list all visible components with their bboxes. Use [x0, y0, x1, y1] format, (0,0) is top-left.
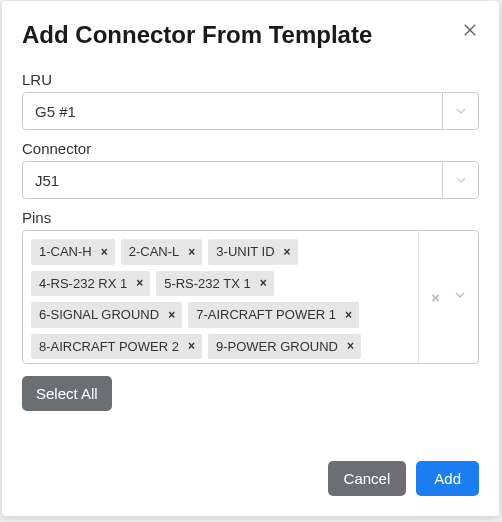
remove-tag-button[interactable]: ×	[257, 276, 270, 290]
remove-tag-button[interactable]: ×	[281, 245, 294, 259]
remove-tag-button[interactable]: ×	[342, 308, 355, 322]
chevron-down-icon	[442, 162, 478, 198]
pin-tag-label: 3-UNIT ID	[216, 244, 274, 260]
pin-tag-label: 1-CAN-H	[39, 244, 92, 260]
lru-label: LRU	[22, 71, 479, 88]
close-button[interactable]	[461, 21, 479, 41]
pin-tag: 7-AIRCRAFT POWER 1×	[188, 302, 359, 328]
pin-tag: 9-POWER GROUND×	[208, 334, 361, 360]
close-icon	[461, 27, 479, 42]
lru-select[interactable]: G5 #1	[22, 92, 479, 130]
pin-tag: 6-SIGNAL GROUND×	[31, 302, 182, 328]
pin-tag: 2-CAN-L×	[121, 239, 203, 265]
pin-tag: 3-UNIT ID×	[208, 239, 297, 265]
pin-tag-label: 9-POWER GROUND	[216, 339, 338, 355]
remove-tag-button[interactable]: ×	[344, 339, 357, 353]
connector-value: J51	[23, 172, 442, 189]
remove-tag-button[interactable]: ×	[98, 245, 111, 259]
pins-multiselect[interactable]: 1-CAN-H×2-CAN-L×3-UNIT ID×4-RS-232 RX 1×…	[22, 230, 479, 364]
connector-label: Connector	[22, 140, 479, 157]
pin-tag-label: 7-AIRCRAFT POWER 1	[196, 307, 336, 323]
modal-title: Add Connector From Template	[22, 21, 372, 49]
remove-tag-button[interactable]: ×	[165, 308, 178, 322]
modal-header: Add Connector From Template	[22, 21, 479, 49]
pin-tag-label: 8-AIRCRAFT POWER 2	[39, 339, 179, 355]
remove-tag-button[interactable]: ×	[185, 245, 198, 259]
connector-select[interactable]: J51	[22, 161, 479, 199]
cancel-button[interactable]: Cancel	[328, 461, 407, 496]
add-button[interactable]: Add	[416, 461, 479, 496]
remove-tag-button[interactable]: ×	[185, 339, 198, 353]
modal-footer: Cancel Add	[22, 461, 479, 496]
pin-tag-label: 4-RS-232 RX 1	[39, 276, 127, 292]
clear-all-button[interactable]: ×	[431, 289, 440, 306]
pin-tag-label: 2-CAN-L	[129, 244, 180, 260]
pin-tag: 5-RS-232 TX 1×	[156, 271, 273, 297]
remove-tag-button[interactable]: ×	[133, 276, 146, 290]
pins-label: Pins	[22, 209, 479, 226]
pin-tag: 4-RS-232 RX 1×	[31, 271, 150, 297]
pin-tag: 8-AIRCRAFT POWER 2×	[31, 334, 202, 360]
chevron-down-icon	[442, 93, 478, 129]
lru-value: G5 #1	[23, 103, 442, 120]
pin-tag-label: 6-SIGNAL GROUND	[39, 307, 159, 323]
pins-controls: ×	[418, 231, 478, 363]
pins-tags-area: 1-CAN-H×2-CAN-L×3-UNIT ID×4-RS-232 RX 1×…	[23, 231, 418, 363]
select-all-button[interactable]: Select All	[22, 376, 112, 411]
chevron-down-icon[interactable]	[452, 287, 468, 307]
add-connector-modal: Add Connector From Template LRU G5 #1 Co…	[2, 1, 499, 516]
pin-tag: 1-CAN-H×	[31, 239, 115, 265]
pin-tag-label: 5-RS-232 TX 1	[164, 276, 250, 292]
